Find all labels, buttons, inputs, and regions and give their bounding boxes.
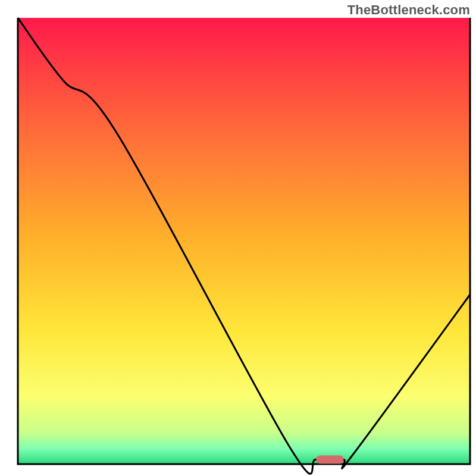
- plot-area: [18, 18, 470, 474]
- gradient-background: [18, 18, 470, 464]
- bottleneck-chart: [0, 0, 476, 476]
- chart-container: TheBottleneck.com: [0, 0, 476, 476]
- optimum-marker: [317, 456, 344, 464]
